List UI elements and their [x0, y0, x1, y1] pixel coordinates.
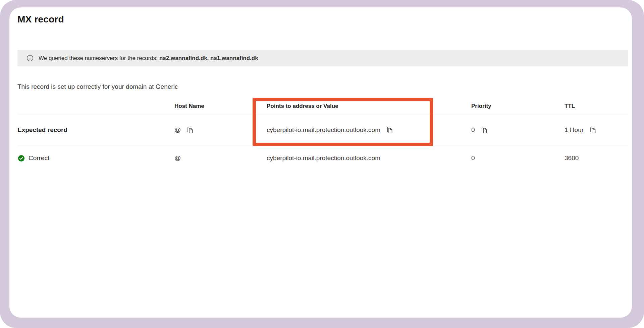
banner-text: We queried these nameservers for the rec… [39, 55, 158, 62]
expected-host-value: @ [174, 126, 181, 134]
record-status-message: This record is set up correctly for your… [17, 83, 178, 90]
copy-icon [480, 126, 488, 134]
header-host-name: Host Name [174, 103, 267, 110]
info-icon [26, 54, 34, 62]
correct-status-icon [17, 154, 25, 162]
copy-ttl-button[interactable] [588, 126, 597, 134]
actual-priority-value: 0 [471, 154, 475, 162]
actual-ttl-value: 3600 [565, 154, 579, 162]
table-header-row: Host Name Points to address or Value Pri… [17, 99, 628, 114]
table-row-expected-record: Expected record @ [17, 114, 628, 146]
expected-points-to-value: cyberpilot-io.mail.protection.outlook.co… [267, 126, 380, 134]
expected-ttl-value: 1 Hour [565, 126, 584, 134]
copy-priority-button[interactable] [480, 126, 488, 134]
actual-points-to-value: cyberpilot-io.mail.protection.outlook.co… [267, 154, 380, 162]
header-priority: Priority [471, 103, 565, 110]
copy-icon [185, 126, 194, 134]
expected-record-label: Expected record [17, 126, 67, 134]
page-frame: MX record We queried these nameservers f… [0, 0, 644, 328]
expected-priority-value: 0 [471, 126, 475, 134]
banner-nameservers: ns2.wannafind.dk, ns1.wannafind.dk [159, 55, 258, 62]
content-card: MX record We queried these nameservers f… [9, 7, 632, 318]
copy-icon [588, 126, 597, 134]
dns-records-table: Host Name Points to address or Value Pri… [17, 99, 628, 170]
copy-host-button[interactable] [185, 126, 194, 134]
nameserver-info-banner: We queried these nameservers for the rec… [17, 50, 628, 66]
page-title: MX record [17, 14, 64, 25]
table-row-actual-record: Correct @ cyberpilot-io.mail.protection.… [17, 146, 628, 170]
page: { "title": "MX record", "banner": { "pre… [0, 0, 644, 328]
correct-status-label: Correct [29, 154, 49, 162]
header-points-to-value: Points to address or Value [267, 103, 471, 110]
actual-host-value: @ [174, 154, 181, 162]
copy-value-button[interactable] [385, 126, 394, 134]
header-ttl: TTL [565, 103, 628, 110]
copy-icon [385, 126, 394, 134]
